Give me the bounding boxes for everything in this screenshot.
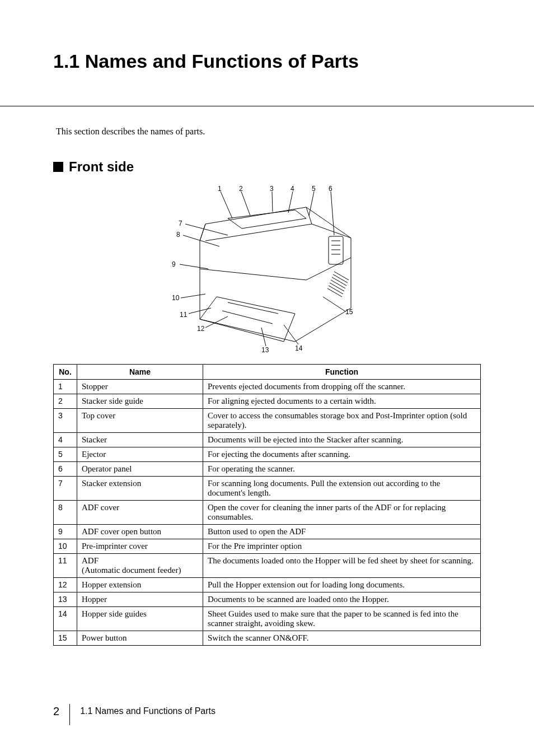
cell-function: Sheet Guides used to make sure that the … <box>203 607 481 631</box>
cell-no: 5 <box>54 447 77 462</box>
col-header-function: Function <box>203 365 481 380</box>
svg-line-9 <box>330 283 344 291</box>
scanner-diagram: 123456789101112131415 <box>166 185 368 353</box>
cell-function: Documents will be ejected into the Stack… <box>203 433 481 447</box>
cell-name: Stacker side guide <box>77 394 203 409</box>
table-row: 12Hopper extensionPull the Hopper extens… <box>54 578 481 592</box>
diagram-callout: 9 <box>172 260 176 268</box>
svg-line-13 <box>241 192 250 216</box>
cell-name: ADF cover <box>77 501 203 525</box>
cell-no: 4 <box>54 433 77 447</box>
footer-page-number: 2 <box>53 705 69 718</box>
table-row: 13HopperDocuments to be scanned are load… <box>54 592 481 607</box>
cell-name: Hopper extension <box>77 578 203 592</box>
cell-name: Ejector <box>77 447 203 462</box>
table-row: 7Stacker extensionFor scanning long docu… <box>54 477 481 501</box>
footer-section-title: 1.1 Names and Functions of Parts <box>80 706 216 716</box>
svg-line-6 <box>333 274 348 283</box>
svg-line-17 <box>331 192 334 235</box>
cell-no: 3 <box>54 409 77 433</box>
diagram-callout: 7 <box>179 220 182 227</box>
cell-no: 8 <box>54 501 77 525</box>
cell-name: Hopper side guides <box>77 607 203 631</box>
table-row: 8ADF coverOpen the cover for cleaning th… <box>54 501 481 525</box>
cell-no: 10 <box>54 539 77 554</box>
cell-name: Hopper <box>77 592 203 607</box>
table-row: 5EjectorFor ejecting the documents after… <box>54 447 481 462</box>
diagram-callout: 10 <box>172 294 179 302</box>
table-header-row: No. Name Function <box>54 365 481 380</box>
cell-name: ADF (Automatic document feeder) <box>77 554 203 578</box>
svg-line-26 <box>323 297 345 311</box>
diagram-callout: 6 <box>329 185 332 193</box>
diagram-callout: 3 <box>270 185 274 193</box>
table-row: 4StackerDocuments will be ejected into t… <box>54 433 481 447</box>
diagram-callout: 2 <box>239 185 243 193</box>
cell-function: Documents to be scanned are loaded onto … <box>203 592 481 607</box>
cell-no: 11 <box>54 554 77 578</box>
diagram-callout: 11 <box>180 311 187 319</box>
table-row: 15Power buttonSwitch the scanner ON&OFF. <box>54 631 481 646</box>
cell-no: 15 <box>54 631 77 646</box>
page-footer: 2 1.1 Names and Functions of Parts <box>53 697 216 725</box>
cell-no: 13 <box>54 592 77 607</box>
cell-name: Stacker extension <box>77 477 203 501</box>
cell-function: Switch the scanner ON&OFF. <box>203 631 481 646</box>
cell-name: Power button <box>77 631 203 646</box>
diagram-callout: 4 <box>291 185 294 193</box>
svg-line-18 <box>185 224 228 235</box>
svg-line-25 <box>284 325 298 344</box>
cell-function: For scanning long documents. Pull the ex… <box>203 477 481 501</box>
svg-line-14 <box>272 192 273 212</box>
cell-name: Pre-imprinter cover <box>77 539 203 554</box>
cell-no: 1 <box>54 380 77 394</box>
table-row: 1StopperPrevents ejected documents from … <box>54 380 481 394</box>
col-header-no: No. <box>54 365 77 380</box>
cell-function: Cover to access the consumables storage … <box>203 409 481 433</box>
cell-name: Stacker <box>77 433 203 447</box>
cell-function: Open the cover for cleaning the inner pa… <box>203 501 481 525</box>
cell-no: 6 <box>54 462 77 477</box>
subheading-text: Front side <box>69 159 134 175</box>
svg-line-12 <box>221 192 232 218</box>
cell-function: Prevents ejected documents from dropping… <box>203 380 481 394</box>
cell-function: For the Pre imprinter option <box>203 539 481 554</box>
table-row: 3Top coverCover to access the consumable… <box>54 409 481 433</box>
scanner-line-art <box>166 185 368 353</box>
cell-name: Stopper <box>77 380 203 394</box>
diagram-callout: 15 <box>345 308 353 316</box>
subheading-row: Front side <box>53 159 481 175</box>
diagram-callout: 8 <box>176 231 180 239</box>
cell-name: ADF cover open button <box>77 525 203 539</box>
col-header-name: Name <box>77 365 203 380</box>
cell-function: For ejecting the documents after scannin… <box>203 447 481 462</box>
cell-no: 9 <box>54 525 77 539</box>
cell-function: For aligning ejected documents to a cert… <box>203 394 481 409</box>
cell-no: 7 <box>54 477 77 501</box>
cell-no: 2 <box>54 394 77 409</box>
svg-line-8 <box>331 280 345 288</box>
svg-line-10 <box>329 286 343 294</box>
cell-no: 12 <box>54 578 77 592</box>
parts-table: No. Name Function 1StopperPrevents eject… <box>53 364 481 646</box>
svg-line-20 <box>180 264 208 269</box>
diagram-callout: 1 <box>218 185 222 193</box>
table-row: 11ADF (Automatic document feeder)The doc… <box>54 554 481 578</box>
diagram-callout: 14 <box>295 344 302 352</box>
diagram-callout: 5 <box>312 185 316 193</box>
table-row: 6Operator panelFor operating the scanner… <box>54 462 481 477</box>
table-row: 14Hopper side guidesSheet Guides used to… <box>54 607 481 631</box>
cell-function: Pull the Hopper extension out for loadin… <box>203 578 481 592</box>
heading-rule <box>0 106 534 106</box>
footer-separator <box>69 704 80 725</box>
svg-line-7 <box>332 277 346 286</box>
diagram-callout: 13 <box>261 346 269 354</box>
cell-no: 14 <box>54 607 77 631</box>
square-bullet-icon <box>53 162 63 172</box>
cell-name: Operator panel <box>77 462 203 477</box>
cell-function: The documents loaded onto the Hopper wil… <box>203 554 481 578</box>
page-heading: 1.1 Names and Functions of Parts <box>53 50 481 72</box>
cell-function: Button used to open the ADF <box>203 525 481 539</box>
table-row: 9ADF cover open buttonButton used to ope… <box>54 525 481 539</box>
svg-line-5 <box>334 272 349 280</box>
